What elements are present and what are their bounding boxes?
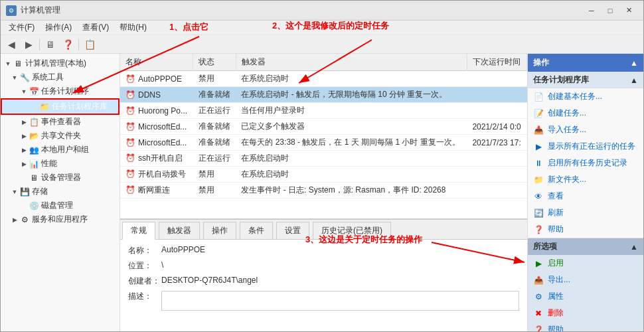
cell-name: ⏰断网重连: [120, 183, 193, 199]
sidebar-item-services[interactable]: ▶ ⚙ 服务和应用程序: [1, 212, 120, 226]
cell-trigger: 在每天的 23:38 - 触发后，在 1 天 期间每隔 1 小时 重复一次。: [236, 135, 467, 151]
main-window: ⚙ 计算机管理 ─ □ ✕ 文件(F) 操作(A) 查看(V) 帮助(H) ◀ …: [0, 0, 644, 332]
sidebar-label-shared-folders: 共享文件夹: [41, 130, 81, 141]
table-row[interactable]: ⏰断网重连 禁用 发生事件时 - 日志: System，源: Rasman，事件…: [120, 183, 527, 199]
cell-status: 准备就绪: [193, 119, 236, 135]
task-lib-icon: 📁: [39, 102, 50, 112]
sidebar-item-system-tools[interactable]: ▼ 🔧 系统工具: [1, 70, 120, 84]
table-row[interactable]: ⏰DDNS 准备就绪 在系统启动时 - 触发后，无限期地每隔 10 分钟 重复一…: [120, 87, 527, 103]
show-running-icon: ▶: [533, 141, 544, 152]
desc-box[interactable]: [161, 291, 519, 311]
menu-help[interactable]: 帮助(H): [114, 21, 152, 35]
tab-actions[interactable]: 操作: [203, 222, 236, 239]
sidebar-item-local-users[interactable]: ▶ 👥 本地用户和组: [1, 143, 120, 157]
right-section-toggle-1: ▲: [630, 76, 638, 85]
sidebar-item-task-scheduler[interactable]: ▼ 📅 任务计划程序: [1, 84, 120, 98]
action-enable[interactable]: ▶ 启用: [528, 255, 643, 272]
cell-name: ⏰MicrosoftEd...: [120, 135, 193, 151]
cell-name: ⏰开机自动拨号: [120, 167, 193, 183]
sidebar-label-storage: 存储: [32, 186, 48, 197]
table-row[interactable]: ⏰ssh开机自启 正在运行 在系统启动时: [120, 151, 527, 167]
action-refresh[interactable]: 🔄 刷新: [528, 205, 643, 221]
toggle-local-users: ▶: [19, 145, 29, 155]
action-create-task-label: 创建任务...: [548, 108, 586, 119]
action-help-1[interactable]: ❓ 帮助: [528, 221, 643, 238]
sidebar-item-disk-mgmt[interactable]: 💿 磁盘管理: [1, 199, 120, 212]
tab-triggers[interactable]: 触发器: [159, 222, 200, 239]
desc-label: 描述：: [128, 291, 161, 302]
action-properties[interactable]: ⚙ 属性: [528, 288, 643, 305]
cell-trigger: 已定义多个触发器: [236, 119, 467, 135]
toggle-task-scheduler: ▼: [19, 87, 29, 96]
maximize-button[interactable]: □: [601, 4, 619, 17]
col-trigger: 触发器: [236, 54, 467, 71]
table-row[interactable]: ⏰MicrosoftEd... 准备就绪 在每天的 23:38 - 触发后，在 …: [120, 135, 527, 151]
sidebar-label-disk-mgmt: 磁盘管理: [41, 200, 73, 211]
location-value: \: [161, 260, 519, 270]
cell-trigger: 在系统启动时: [236, 167, 467, 183]
sidebar-label-task-scheduler: 任务计划程序: [41, 86, 89, 97]
col-next-run: 下次运行时间: [467, 54, 526, 71]
author-label: 创建者：: [128, 276, 161, 287]
table-row[interactable]: ⏰MicrosoftEd... 准备就绪 已定义多个触发器 2021/2/14 …: [120, 119, 527, 135]
toggle-device-manager: [19, 173, 29, 183]
help-toolbar-button[interactable]: ❓: [60, 37, 76, 52]
cell-trigger: 发生事件时 - 日志: System，源: Rasman，事件 ID: 2026…: [236, 183, 467, 199]
window-controls: ─ □ ✕: [582, 4, 638, 17]
action-delete[interactable]: ✖ 删除: [528, 305, 643, 321]
titlebar: ⚙ 计算机管理 ─ □ ✕: [1, 1, 643, 21]
sidebar-item-storage[interactable]: ▼ 💾 存储: [1, 185, 120, 199]
import-task-icon: 📥: [533, 125, 544, 135]
action-new-folder[interactable]: 📁 新文件夹...: [528, 171, 643, 188]
cell-trigger: 当任何用户登录时: [236, 103, 467, 119]
table-row[interactable]: ⏰开机自动拨号 禁用 在系统启动时: [120, 167, 527, 183]
action-export[interactable]: 📤 导出...: [528, 272, 643, 288]
menu-file[interactable]: 文件(F): [3, 21, 40, 35]
table-header-row: 名称 状态 触发器 下次运行时间: [120, 54, 527, 71]
right-section-toggle-2: ▲: [630, 242, 638, 252]
view-button[interactable]: 📋: [82, 37, 98, 52]
action-view-label: 查看: [548, 191, 564, 202]
action-show-running[interactable]: ▶ 显示所有正在运行的任务: [528, 138, 643, 155]
action-view[interactable]: 👁 查看: [528, 188, 643, 205]
sidebar-item-task-lib[interactable]: 📁 任务计划程序库: [1, 98, 120, 115]
action-create-basic[interactable]: 📄 创建基本任务...: [528, 88, 643, 105]
table-row[interactable]: ⏰Huorong Po... 正在运行 当任何用户登录时: [120, 103, 527, 119]
action-help-2[interactable]: ❓ 帮助: [528, 321, 643, 331]
back-button[interactable]: ◀: [3, 37, 19, 52]
sidebar-item-computer[interactable]: ▼ 🖥 计算机管理(本地): [1, 56, 120, 70]
author-value: DESKTOP-Q7R6J4T\angel: [161, 276, 519, 285]
action-import-task[interactable]: 📥 导入任务...: [528, 122, 643, 138]
toggle-task-lib: [30, 102, 39, 112]
right-section-1: 任务计划程序库 ▲ 📄 创建基本任务... 📝 创建任务... 📥 导入任务..…: [528, 72, 643, 238]
forward-button[interactable]: ▶: [21, 37, 37, 52]
device-manager-icon: 🖥: [29, 173, 39, 183]
help-2-icon: ❓: [533, 325, 544, 332]
tab-general[interactable]: 常规: [122, 222, 155, 240]
tab-conditions[interactable]: 条件: [240, 222, 273, 239]
minimize-button[interactable]: ─: [582, 4, 601, 17]
action-create-basic-label: 创建基本任务...: [548, 91, 602, 102]
tab-settings[interactable]: 设置: [276, 222, 309, 239]
sidebar-item-shared-folders[interactable]: ▶ 📂 共享文件夹: [1, 129, 120, 143]
sidebar-item-device-manager[interactable]: 🖥 设备管理器: [1, 171, 120, 185]
tab-history[interactable]: 历史记录(已禁用): [313, 222, 391, 239]
toggle-system-tools: ▼: [10, 73, 19, 82]
action-create-task[interactable]: 📝 创建任务...: [528, 105, 643, 122]
sidebar-item-performance[interactable]: ▶ 📊 性能: [1, 157, 120, 171]
system-tools-icon: 🔧: [19, 72, 30, 83]
toolbar-separator-2: [78, 39, 79, 50]
menu-view[interactable]: 查看(V): [77, 21, 114, 35]
properties-button[interactable]: 🖥: [42, 37, 58, 52]
sidebar-item-event-viewer[interactable]: ▶ 📋 事件查看器: [1, 115, 120, 129]
toggle-storage: ▼: [10, 187, 19, 197]
menu-action[interactable]: 操作(A): [40, 21, 77, 35]
action-enable-history[interactable]: ⏸ 启用所有任务历史记录: [528, 155, 643, 171]
table-row[interactable]: ⏰AutoPPPOE 禁用 在系统启动时: [120, 71, 527, 87]
cell-next-run: [467, 167, 526, 183]
task-table-area: 名称 状态 触发器 下次运行时间 ⏰AutoPPPOE 禁用 在系统启动时 ⏰D…: [120, 54, 527, 218]
computer-icon: 🖥: [13, 58, 23, 69]
close-button[interactable]: ✕: [619, 4, 638, 17]
task-icon: ⏰: [125, 153, 135, 163]
detail-desc-row: 描述：: [128, 291, 519, 311]
